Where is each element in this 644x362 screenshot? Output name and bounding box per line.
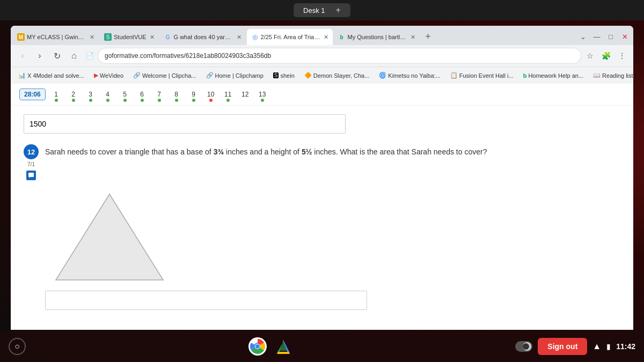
home-button[interactable]: ⌂ (67, 48, 82, 63)
q13-label: 13 (259, 91, 266, 98)
question-2[interactable]: 2 (67, 88, 80, 101)
new-desk-button[interactable]: + (336, 5, 341, 15)
tab-google-title: G what does 40 yards equal to... (174, 34, 233, 40)
bookmark-wevideo-label: WeVideo (100, 72, 123, 79)
previous-answer-input[interactable] (24, 114, 346, 134)
q12-dot (244, 99, 247, 102)
svg-rect-0 (28, 173, 34, 177)
question-5[interactable]: 5 (119, 88, 131, 101)
page-content: 28:06 1 2 3 4 5 6 (11, 84, 633, 330)
tab-google-close[interactable]: ✕ (237, 34, 241, 41)
answer-input[interactable] (45, 291, 367, 310)
question-navigation: 28:06 1 2 3 4 5 6 (11, 84, 633, 106)
tab-bartleby[interactable]: b My Questions | bartleby ✕ (334, 29, 420, 45)
bookmark-kimetsu-label: Kimetsu no Yaiba:... (388, 72, 440, 79)
question-1[interactable]: 1 (50, 88, 63, 101)
tab-search-button[interactable]: ⌄ (576, 30, 589, 43)
tab-bartleby-close[interactable]: ✕ (411, 34, 415, 41)
maximize-button[interactable]: □ (604, 30, 617, 43)
new-tab-button[interactable]: + (421, 29, 436, 44)
sign-out-button[interactable]: Sign out (538, 338, 587, 355)
question-9[interactable]: 9 (187, 88, 200, 101)
tab-eclass-icon: M (17, 33, 25, 41)
q9-dot (192, 99, 195, 102)
tab-bar: M MY eCLASS | Gwinnett Count ✕ S Student… (11, 26, 633, 45)
minimize-button[interactable]: — (590, 30, 603, 43)
question-10[interactable]: 10 (204, 88, 217, 101)
refresh-button[interactable]: ↻ (49, 48, 64, 63)
bookmarks-bar: 📊 X 4Model and solve... ▶ WeVideo 🔗 Welc… (11, 67, 633, 84)
tab-google[interactable]: G G what does 40 yards equal to... ✕ (160, 29, 246, 45)
bookmark-star-button[interactable]: ☆ (583, 49, 597, 63)
bookmark-homework-icon: b (523, 72, 527, 79)
browser-chrome: M MY eCLASS | Gwinnett Count ✕ S Student… (11, 26, 633, 84)
back-button[interactable]: ‹ (15, 48, 30, 63)
bookmark-shein[interactable]: S shein (270, 71, 298, 80)
taskbar-left: ○ (9, 338, 26, 355)
chrome-app-icon[interactable] (248, 337, 267, 356)
question-12[interactable]: 12 (239, 88, 252, 101)
tab-eclass[interactable]: M MY eCLASS | Gwinnett Count ✕ (13, 29, 99, 45)
question-13[interactable]: 13 (256, 88, 269, 101)
q11-label: 11 (224, 91, 231, 98)
address-input[interactable] (98, 48, 581, 63)
bottom-taskbar: ○ S (0, 331, 644, 362)
taskbar-center (248, 337, 293, 356)
bookmark-kimetsu[interactable]: 🌀 Kimetsu no Yaiba:... (376, 71, 443, 80)
desk-tab[interactable]: Desk 1 + (294, 3, 350, 17)
question-4[interactable]: 4 (101, 88, 114, 101)
tab-eclass-close[interactable]: ✕ (90, 34, 94, 41)
q13-dot (261, 99, 264, 102)
question-11[interactable]: 11 (222, 88, 235, 101)
bookmark-demon[interactable]: 🔶 Demon Slayer, Cha... (301, 71, 373, 80)
bookmark-demon-label: Demon Slayer, Cha... (313, 72, 370, 79)
bookmark-reading-label: Reading list (602, 72, 633, 79)
question-8[interactable]: 8 (170, 88, 183, 101)
bookmark-clipcha1[interactable]: 🔗 Welcome | Clipcha... (130, 71, 199, 80)
question-6[interactable]: 6 (136, 88, 149, 101)
close-window-button[interactable]: ✕ (618, 30, 631, 43)
question-12-block: 12 7/1 Sarah needs to cover a triangle t… (24, 144, 620, 180)
q6-dot (141, 99, 144, 102)
question-7[interactable]: 7 (153, 88, 166, 101)
bookmark-reading-list[interactable]: 📖 Reading list (590, 71, 633, 80)
bookmark-clipchamp[interactable]: 🔗 Home | Clipchamp (203, 71, 267, 80)
bookmark-homework-label: Homework Help an... (528, 72, 583, 79)
question-3[interactable]: 3 (84, 88, 97, 101)
svg-marker-1 (29, 177, 31, 178)
bookmark-wevideo[interactable]: ▶ WeVideo (91, 71, 127, 80)
tab-formative-close[interactable]: ✕ (324, 34, 328, 41)
bookmark-fusion-icon: 📋 (450, 72, 458, 79)
bookmark-wevideo-icon: ▶ (94, 72, 98, 79)
q5-label: 5 (123, 91, 127, 98)
tab-formative-icon: ◎ (251, 33, 259, 41)
tab-formative-title: 2/25 Fri. Area of Triangles W... (261, 34, 320, 40)
launcher-button[interactable]: ○ (9, 338, 26, 355)
q11-dot (226, 99, 230, 102)
tab-vue-close[interactable]: ✕ (150, 34, 155, 41)
bookmark-fusion[interactable]: 📋 Fusion Event Hall i... (447, 71, 517, 80)
bookmark-homework[interactable]: b Homework Help an... (520, 71, 587, 80)
favicon-icon: 📄 (84, 52, 96, 60)
chat-icon (28, 172, 34, 179)
bookmark-4model-icon: 📊 (18, 72, 26, 79)
q5-dot (123, 99, 127, 102)
extension-button[interactable]: 🧩 (599, 49, 613, 63)
tab-formative[interactable]: ◎ 2/25 Fri. Area of Triangles W... ✕ (247, 29, 333, 45)
menu-button[interactable]: ⋮ (615, 49, 629, 63)
q8-label: 8 (174, 91, 178, 98)
q7-dot (158, 99, 161, 102)
top-taskbar: Desk 1 + (0, 0, 644, 20)
q3-label: 3 (89, 91, 92, 98)
q4-label: 4 (106, 91, 109, 98)
tab-vue-icon: S (104, 33, 112, 41)
tab-bartleby-icon: b (338, 33, 346, 41)
timer-badge: 28:06 (19, 88, 46, 100)
forward-button[interactable]: › (32, 48, 47, 63)
tab-studentvue[interactable]: S StudentVUE ✕ (100, 29, 159, 45)
bookmark-clipcha1-icon: 🔗 (133, 72, 141, 79)
tab-google-icon: G (164, 33, 172, 41)
drive-app-icon[interactable] (274, 337, 293, 356)
bookmark-4model[interactable]: 📊 X 4Model and solve... (15, 71, 87, 80)
night-mode-button[interactable] (515, 341, 532, 352)
